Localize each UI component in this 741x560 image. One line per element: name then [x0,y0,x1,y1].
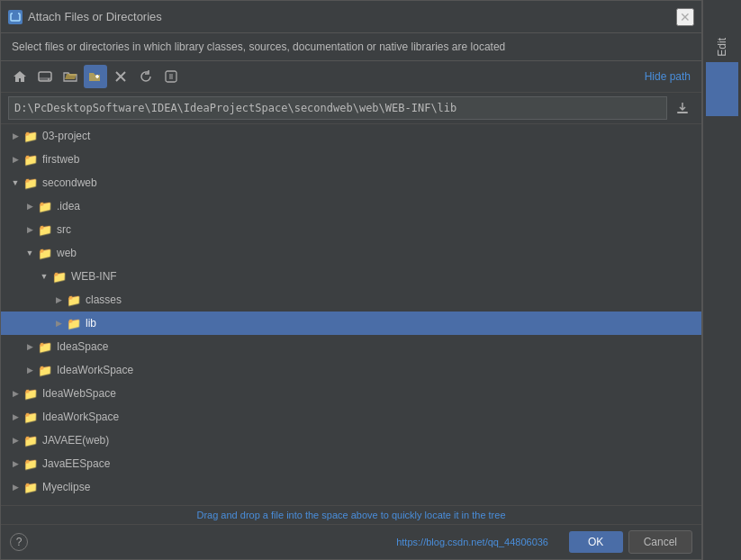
tree-node[interactable]: ▼ 📁 web [1,241,701,265]
folder-icon: 📁 [37,340,53,353]
attach-dialog: Attach Files or Directories ✕ Select fil… [0,0,702,560]
tree-node[interactable]: ▶ 📁 IdeaSpace [1,335,701,358]
folder-icon: 📁 [23,130,39,142]
help-icon: ? [16,536,23,548]
tree-node[interactable]: ▶ 📁 JAVAEE(web) [1,429,701,452]
ok-button[interactable]: OK [569,531,623,553]
status-bar: Drag and drop a file into the space abov… [1,505,701,524]
tree-arrow-icon: ▶ [23,339,37,354]
node-label: IdeaSpace [57,340,108,353]
tree-arrow-icon: ▶ [23,363,37,377]
new-folder-button[interactable] [84,65,107,88]
tree-arrow-icon: ▶ [8,410,23,424]
svg-rect-1 [13,12,18,15]
folder-icon: 📁 [23,176,39,189]
refresh-icon [139,69,153,84]
open-folder-icon [63,69,77,84]
tree-arrow-icon: ▶ [51,316,66,330]
bottom-bar: ? https://blog.csdn.net/qq_44806036 OK C… [1,524,701,559]
node-label: classes [86,294,122,306]
tree-arrow-icon: ▼ [23,246,37,260]
node-label: IdeaWorkSpace [57,364,133,376]
tree-node[interactable]: ▶ 📁 IdeaWorkSpace [1,405,701,429]
node-label: lib [86,317,96,330]
right-panel: Edit [702,0,741,560]
svg-rect-10 [677,112,688,113]
folder-icon: 📁 [37,223,53,236]
tree-node[interactable]: ▶ 📁 JavaEESpace [1,452,701,475]
title-bar: Attach Files or Directories ✕ [1,1,701,33]
delete-button[interactable] [109,65,132,88]
folder-icon: 📁 [66,317,82,330]
folder-icon: 📁 [37,200,53,212]
node-label: .idea [57,200,80,212]
tree-node[interactable]: ▶ 📁 IdeaWebSpace [1,382,701,405]
path-download-button[interactable] [671,96,694,120]
status-text: Drag and drop a file into the space abov… [196,510,488,520]
tree-node[interactable]: ▶ 📁 firstweb [1,148,701,171]
tree-arrow-icon: ▶ [8,129,23,143]
folder-icon: 📁 [23,434,39,447]
toggle-icon [164,69,178,84]
folder-icon: 📁 [66,294,82,306]
tree-node[interactable]: ▶ 📁 src [1,218,701,241]
tree-area[interactable]: ▶ 📁 03-project ▶ 📁 firstweb ▼ 📁 secondwe… [1,124,701,505]
open-folder-button[interactable] [59,65,82,88]
new-folder-icon [88,69,103,84]
node-label: WEB-INF [71,270,117,283]
tree-arrow-icon: ▶ [23,199,37,213]
home-icon [13,69,27,84]
tree-arrow-icon: ▶ [51,293,66,307]
tree-node[interactable]: ▶ 📁 Myeclipse [1,475,701,499]
folder-icon: 📁 [23,457,39,470]
tree-node[interactable]: ▶ 📁 classes [1,288,701,312]
tree-node[interactable]: ▶ 📁 03-project [1,124,701,148]
svg-point-4 [48,78,50,80]
toggle-button[interactable] [159,65,183,88]
cancel-button[interactable]: Cancel [628,530,692,554]
node-label: JAVAEE(web) [42,434,109,447]
folder-icon: 📁 [23,153,39,166]
refresh-button[interactable] [134,65,158,88]
delete-icon [113,69,128,84]
app-icon-svg [10,12,21,23]
toolbar: Hide path [1,61,701,93]
node-label: IdeaWebSpace [42,387,116,400]
node-label: Myeclipse [42,481,90,493]
drive-icon [38,69,52,84]
home-button[interactable] [8,65,32,88]
tree-arrow-icon: ▼ [37,269,51,284]
hide-path-button[interactable]: Hide path [641,68,694,85]
node-label: JavaEESpace [42,457,110,470]
tree-arrow-icon: ▶ [23,222,37,237]
tree-arrow-icon: ▶ [8,152,23,167]
tree-arrow-icon: ▶ [8,386,23,401]
status-tree-word: tree [489,510,506,520]
folder-icon: 📁 [51,270,68,283]
node-label: firstweb [42,153,79,166]
tree-node[interactable]: ▼ 📁 secondweb [1,171,701,194]
url-text: https://blog.csdn.net/qq_44806036 [396,537,548,547]
tree-node[interactable]: ▶ 📁 .idea [1,194,701,218]
tree-node[interactable]: ▼ 📁 WEB-INF [1,265,701,288]
app-icon [8,10,23,24]
path-input[interactable] [8,96,667,120]
tree-node-selected[interactable]: ▶ 📁 lib [1,312,701,335]
node-label: src [57,223,71,236]
tree-node[interactable]: ▶ 📁 IdeaWorkSpace [1,358,701,382]
tree-arrow-icon: ▼ [8,176,23,190]
tree-arrow-icon: ▶ [8,480,23,494]
edit-bar [706,62,738,116]
edit-label: Edit [712,32,732,62]
drive-button[interactable] [33,65,57,88]
tree-arrow-icon: ▶ [8,456,23,471]
node-label: web [57,247,77,259]
tree-arrow-icon: ▶ [8,433,23,447]
folder-icon: 📁 [23,411,39,423]
node-label: IdeaWorkSpace [42,411,119,423]
download-icon [675,101,690,115]
close-button[interactable]: ✕ [676,8,694,26]
help-button[interactable]: ? [10,533,28,551]
node-label: 03-project [42,130,90,142]
path-bar [1,93,701,124]
